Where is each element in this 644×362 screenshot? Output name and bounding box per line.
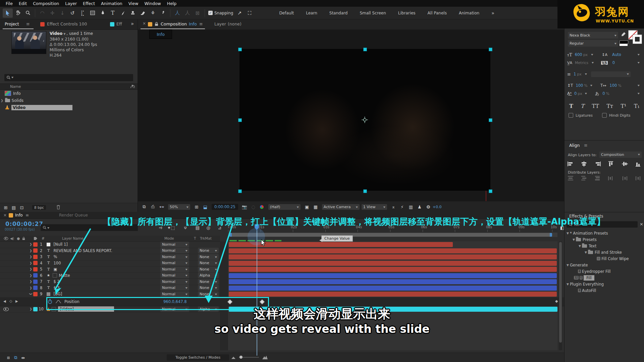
timeline-panel-menu-icon[interactable]: ≡ — [25, 213, 29, 218]
font-size-value[interactable]: 600 — [575, 52, 582, 57]
viewer-timecode[interactable]: 0:00:00:25 — [212, 204, 238, 210]
type-tool[interactable]: T — [108, 8, 118, 18]
selection-handle-mid-right[interactable] — [489, 118, 492, 122]
menu-effect[interactable]: Effect — [80, 1, 98, 6]
mode-dropdown[interactable]: Normal▼ — [160, 242, 189, 247]
t-column-header[interactable]: T — [194, 236, 196, 240]
align-right-button[interactable] — [594, 161, 601, 167]
selection-handle-mid-left[interactable] — [238, 118, 242, 122]
layer-bar-8[interactable] — [229, 286, 557, 291]
fast-previews-icon[interactable]: ▣ — [303, 204, 311, 210]
expand-inout-icon[interactable]: ⇹ — [19, 355, 28, 361]
font-family-dropdown[interactable]: Nexa Black▼ — [568, 32, 618, 39]
flowchart-icon[interactable] — [130, 85, 135, 88]
kerning-value[interactable]: Metrics — [575, 61, 588, 65]
faux-bold-button[interactable]: T — [569, 103, 573, 109]
selection-handle-bottom-center[interactable] — [363, 189, 367, 193]
stroke-style-dropdown[interactable]: ▼ — [591, 71, 631, 77]
magnification-dropdown[interactable]: 50%▼ — [168, 204, 190, 210]
audio-column-icon[interactable]: ◀) — [10, 236, 14, 240]
selection-handle-top-center[interactable] — [363, 48, 367, 51]
menu-composition[interactable]: Composition — [30, 1, 62, 6]
tree-eyedropper-fill[interactable]: 8Eyedropper Fill — [578, 268, 610, 275]
align-left-button[interactable] — [567, 161, 574, 167]
main-viewer-icon[interactable]: ⎙ — [149, 204, 157, 210]
layer-row-8[interactable]: ❯ 8 T $ 3 Normal▼ None▼ — [0, 285, 220, 292]
layer-row-5[interactable]: ❯ 5 T ▣ Normal▼ None▼ — [0, 266, 220, 273]
selection-handle-bottom-right[interactable] — [489, 189, 492, 193]
zoom-out-mountain-icon[interactable] — [231, 356, 235, 359]
project-item-info[interactable]: Info — [0, 90, 138, 97]
menu-edit[interactable]: Edit — [16, 1, 30, 6]
view-layout-dropdown[interactable]: 1 View▼ — [362, 204, 387, 210]
new-composition-icon[interactable]: ⊡ — [17, 204, 26, 210]
font-style-dropdown[interactable]: Regular▼ — [568, 40, 618, 47]
add-keyframe-button[interactable]: ◇ — [9, 299, 12, 303]
clone-stamp-tool[interactable] — [128, 8, 138, 18]
all-caps-button[interactable]: TT — [592, 103, 599, 109]
tab-layer[interactable]: Layer — [214, 21, 226, 26]
workspace-learn[interactable]: Learn — [300, 11, 323, 15]
layer-row-4[interactable]: ❯ 4 T 100 Normal▼ None▼ — [0, 260, 220, 267]
tree-autofill[interactable]: 8AutoFill — [578, 287, 596, 294]
layer-bar-3[interactable] — [229, 254, 557, 259]
tree-generate-category[interactable]: ▼Generate — [567, 262, 588, 268]
project-item-solids[interactable]: ❯ Solids — [0, 97, 138, 104]
new-folder-icon[interactable]: ▤ — [9, 204, 18, 210]
work-area-track[interactable] — [228, 233, 557, 237]
dolly-camera-tool[interactable]: ↓ — [57, 8, 67, 18]
distribute-hcenter-button[interactable] — [622, 176, 628, 181]
next-keyframe-button[interactable]: ▶ — [15, 299, 18, 303]
close-panel-icon[interactable]: × — [3, 213, 7, 218]
mode-dropdown[interactable]: Normal▼ — [160, 254, 189, 260]
small-caps-button[interactable]: Tт — [606, 103, 613, 109]
align-hcenter-button[interactable] — [581, 161, 587, 167]
mode-column-header[interactable]: Mode — [164, 236, 174, 240]
share-view-icon[interactable]: ⌅ — [389, 204, 398, 210]
always-preview-icon[interactable]: ⧉ — [140, 204, 149, 210]
keyframe-nav-right-icon[interactable]: ◆ — [555, 299, 558, 303]
tree-presets-folder[interactable]: ▼Presets — [573, 236, 597, 243]
tab-effect-controls[interactable]: Effect Controls 100 — [47, 21, 87, 26]
layer-bar-5[interactable] — [229, 267, 557, 272]
timeline-zoom-slider[interactable] — [239, 357, 259, 358]
composition-panel-menu-icon[interactable]: ≡ — [199, 21, 203, 26]
tree-fill-and-stroke-folder[interactable]: ▼Fill and Stroke — [585, 249, 622, 255]
work-area-end-handle[interactable] — [550, 233, 552, 237]
orbit-camera-tool[interactable]: ◠ — [37, 8, 47, 18]
distribute-right-button[interactable] — [635, 176, 642, 181]
lock-icon[interactable] — [155, 22, 158, 26]
tab-render-queue[interactable]: Render Queue — [59, 213, 88, 218]
tsume-value[interactable]: 0 — [602, 91, 605, 96]
align-bottom-button[interactable] — [635, 161, 642, 167]
mode-dropdown[interactable]: Normal▼ — [160, 248, 189, 253]
mode-dropdown[interactable]: Normal▼ — [160, 285, 189, 291]
selection-handle-top-right[interactable] — [489, 48, 492, 51]
project-item-video[interactable]: Video — [0, 104, 138, 111]
distribute-top-button[interactable] — [567, 176, 574, 181]
align-top-button[interactable] — [608, 161, 614, 167]
current-timecode[interactable]: 0:00:00:27 — [5, 221, 43, 227]
name-column-header[interactable]: Name — [10, 84, 21, 89]
snapping-toggle[interactable]: ✓ Snapping — [208, 11, 233, 15]
baseline-shift-value[interactable]: 0 — [574, 91, 577, 96]
layer-bar-2[interactable] — [229, 248, 557, 253]
layer-row-2[interactable]: ❯ 2 T REVENUE AND SALES REPORT. Normal▼ … — [0, 248, 220, 254]
tree-text-folder[interactable]: ▼Text — [579, 243, 596, 249]
distribute-bottom-button[interactable] — [594, 176, 601, 181]
menu-help[interactable]: Help — [164, 1, 180, 6]
subscript-button[interactable]: T₁ — [634, 103, 640, 109]
layer-row-9[interactable]: ❯ 9 [BG] Normal▼ None▼ — [0, 291, 220, 298]
workspace-default[interactable]: Default — [273, 11, 300, 15]
workspace-standard[interactable]: Standard — [323, 11, 354, 15]
menu-file[interactable]: File — [3, 1, 16, 6]
hindi-digits-checkbox[interactable] — [602, 113, 607, 118]
eraser-tool[interactable] — [138, 8, 148, 18]
tab-composition-doc[interactable]: Info — [189, 21, 197, 26]
composition-viewer[interactable] — [138, 30, 564, 201]
zoom-in-mountain-icon[interactable] — [262, 355, 268, 359]
project-search-input[interactable]: ▼ — [4, 74, 133, 81]
snapping-checkbox[interactable]: ✓ — [208, 11, 213, 15]
histogram-icon[interactable]: ▥ — [407, 204, 415, 210]
menu-animation[interactable]: Animation — [98, 1, 125, 6]
